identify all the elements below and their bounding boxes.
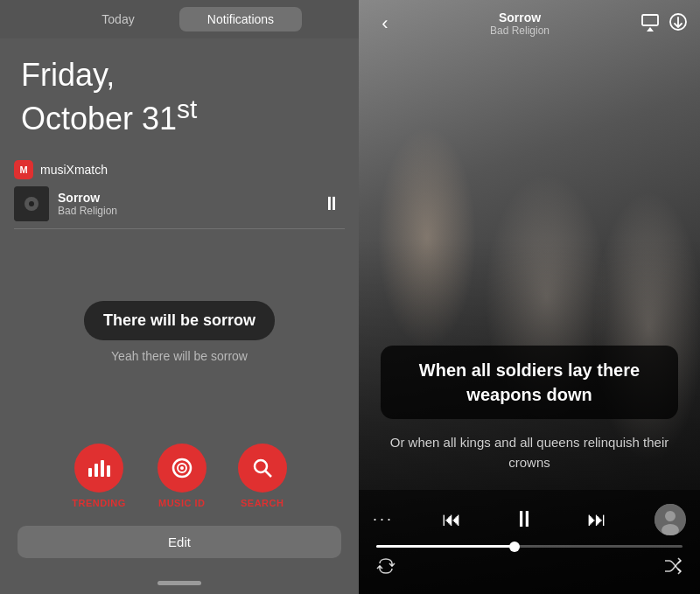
app-header: M musiXmatch — [14, 160, 345, 179]
svg-line-11 — [265, 472, 271, 478]
app-section: M musiXmatch Sorrow Bad Religion ⏸ — [0, 151, 359, 236]
lyric-main-text: There will be sorrow — [84, 301, 275, 340]
progress-bar[interactable] — [376, 545, 682, 548]
app-icon: M — [14, 160, 33, 179]
tab-today[interactable]: Today — [57, 7, 179, 31]
trending-icon — [74, 444, 123, 493]
header-song-title: Sorrow — [399, 10, 640, 24]
action-trending[interactable]: TRENDING — [72, 444, 125, 508]
avatar-thumb[interactable] — [654, 504, 686, 535]
right-content: ‹ Sorrow Bad Religion — [359, 0, 700, 594]
lyric-sub-text: Yeah there will be sorrow — [111, 349, 248, 363]
header-icons — [640, 12, 688, 36]
album-art — [14, 186, 49, 221]
edit-section: Edit — [0, 517, 359, 576]
airplay-icon[interactable] — [640, 12, 660, 36]
tab-bar: Today Notifications — [0, 0, 359, 38]
svg-point-10 — [255, 460, 267, 472]
repeat-icon[interactable] — [668, 12, 688, 36]
edit-button[interactable]: Edit — [18, 526, 341, 558]
header-track-info: Sorrow Bad Religion — [399, 10, 640, 37]
action-search[interactable]: SEARCH — [238, 444, 287, 508]
svg-rect-5 — [101, 460, 104, 477]
progress-row — [373, 540, 686, 551]
divider — [14, 228, 345, 229]
tab-notifications[interactable]: Notifications — [179, 7, 302, 31]
svg-point-16 — [665, 511, 676, 521]
back-button[interactable]: ‹ — [371, 12, 399, 35]
current-lyric: When all soldiers lay there weapons down — [381, 346, 678, 419]
svg-rect-12 — [642, 15, 658, 25]
lyrics-display: When all soldiers lay there weapons down… — [359, 44, 700, 490]
left-panel: Today Notifications Friday, October 31st… — [0, 0, 359, 594]
trending-label: TRENDING — [72, 498, 125, 508]
progress-dot — [509, 542, 520, 552]
quick-actions: TRENDING MUSIC ID SEARCH — [0, 426, 359, 517]
fast-forward-button[interactable]: ⏭ — [584, 505, 610, 535]
svg-point-2 — [29, 201, 34, 206]
svg-rect-3 — [88, 468, 92, 477]
handle-pill — [158, 581, 201, 585]
bottom-handle — [0, 576, 359, 594]
shuffle-icon[interactable] — [663, 556, 682, 580]
search-icon — [238, 444, 287, 493]
pause-playback-icon[interactable]: ⏸ — [322, 192, 341, 215]
notification-row: Sorrow Bad Religion ⏸ — [14, 186, 345, 221]
action-music-id[interactable]: MUSIC ID — [158, 444, 206, 508]
right-panel: ‹ Sorrow Bad Religion — [359, 0, 700, 594]
date-line1: Friday, — [21, 56, 338, 94]
search-label: SEARCH — [241, 498, 284, 508]
right-header: ‹ Sorrow Bad Religion — [359, 0, 700, 44]
progress-fill — [376, 545, 514, 548]
svg-rect-4 — [94, 464, 98, 477]
bottom-controls-row — [373, 551, 686, 589]
svg-point-9 — [180, 466, 184, 470]
repeat-track-icon[interactable] — [376, 556, 396, 580]
svg-marker-13 — [647, 27, 654, 31]
rewind-button[interactable]: ⏮ — [438, 505, 465, 535]
track-artist: Bad Religion — [58, 205, 313, 217]
lyrics-section: There will be sorrow Yeah there will be … — [0, 238, 359, 426]
track-info: Sorrow Bad Religion — [58, 191, 313, 217]
music-id-label: MUSIC ID — [158, 498, 206, 508]
controls-row: ··· ⏮ ⏸ ⏭ — [373, 499, 686, 540]
album-art-inner — [14, 186, 49, 221]
date-line2: October 31st — [21, 94, 338, 137]
svg-rect-6 — [107, 465, 110, 477]
track-title: Sorrow — [58, 191, 313, 205]
music-id-icon — [158, 444, 206, 493]
app-name: musiXmatch — [40, 163, 108, 177]
more-options-button[interactable]: ··· — [373, 510, 394, 528]
next-lyric: Or when all kings and all queens relinqu… — [389, 433, 669, 472]
header-artist: Bad Religion — [399, 24, 640, 37]
player-controls: ··· ⏮ ⏸ ⏭ — [359, 490, 700, 594]
date-section: Friday, October 31st — [0, 38, 359, 151]
play-pause-button[interactable]: ⏸ — [509, 502, 539, 536]
